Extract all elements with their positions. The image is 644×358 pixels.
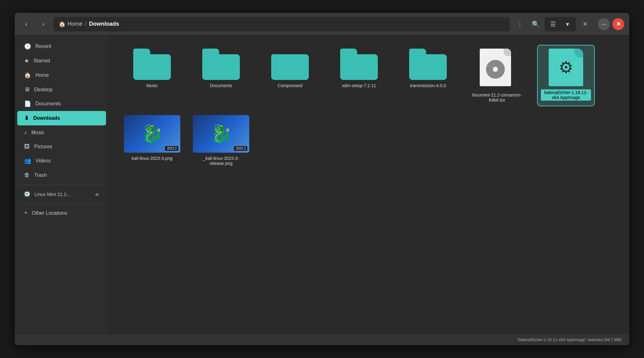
sidebar-label-pictures: Pictures — [34, 144, 52, 150]
pictures-icon: 🖼 — [24, 143, 30, 150]
sidebar-label-other-locations: Other Locations — [32, 210, 67, 216]
desktop-icon: 🖥 — [24, 86, 30, 93]
close-button[interactable]: ✕ — [612, 18, 624, 30]
trash-icon: 🗑 — [24, 172, 30, 178]
kali-badge: 2023.3 — [165, 146, 178, 151]
kali-badge-2: 2023.3 — [234, 146, 247, 151]
file-label-documents: Documents — [210, 83, 232, 88]
sidebar-label-desktop: Desktop — [34, 87, 53, 92]
sidebar-label-music: Music — [31, 130, 45, 135]
other-locations-icon: + — [24, 210, 28, 216]
sidebar-label-documents: Documents — [35, 101, 61, 107]
kali-logo: 🐉 — [141, 124, 163, 144]
file-item-linuxmint-iso[interactable]: linuxmint-21.2-cinnamon-64bit.iso — [469, 45, 525, 106]
sidebar-item-downloads[interactable]: ⬇ Downloads — [17, 111, 106, 125]
file-item-compressed[interactable]: Compressed — [262, 45, 318, 106]
file-label-transmission: transmission-4.0.0 — [410, 83, 446, 88]
sidebar-separator-2 — [20, 203, 103, 203]
menu-button[interactable]: ⋮ — [513, 18, 526, 31]
sidebar-item-home[interactable]: 🏠 Home — [17, 68, 106, 82]
file-manager-window: ‹ › 🏠 Home / Downloads ⋮ 🔍 ☰ ▾ ≡ — ✕ — [15, 13, 629, 345]
file-item-kali2[interactable]: 🐉 2023.3 _kali-linux-2023-3-release.png — [193, 112, 249, 169]
sidebar-item-pictures[interactable]: 🖼 Pictures — [17, 140, 106, 154]
sidebar-label-trash: Trash — [34, 172, 47, 178]
statusbar-text: "balenaEtcher-1.18.11-x64.AppImage" sele… — [517, 337, 622, 342]
sidebar-item-other-locations[interactable]: + Other Locations — [17, 206, 106, 220]
recent-icon: 🕐 — [24, 43, 31, 50]
documents-icon: 📄 — [24, 100, 31, 107]
sidebar-label-downloads: Downloads — [33, 115, 60, 121]
iso-file-icon — [480, 49, 514, 89]
titlebar-actions: ⋮ 🔍 ☰ ▾ ≡ — [513, 17, 592, 31]
music-icon: ♪ — [24, 129, 27, 136]
sidebar-label-home: Home — [35, 72, 49, 78]
file-item-documents[interactable]: Documents — [193, 45, 249, 106]
sidebar-item-starred[interactable]: ★ Starred — [17, 54, 106, 68]
appimage-file-icon: ⚙ — [549, 49, 583, 86]
hamburger-menu-button[interactable]: ≡ — [578, 18, 592, 31]
breadcrumb-home-label: Home — [67, 21, 82, 27]
file-item-music[interactable]: Music — [124, 45, 180, 106]
file-label-linuxmint-iso: linuxmint-21.2-cinnamon-64bit.iso — [472, 92, 522, 103]
breadcrumb-current: Downloads — [89, 21, 119, 27]
starred-icon: ★ — [24, 57, 29, 64]
main-body: 🕐 Recent ★ Starred 🏠 Home 🖥 Desktop 📄 Do… — [15, 35, 629, 334]
folder-icon-compressed — [271, 49, 309, 80]
sidebar-label-videos: Videos — [35, 158, 51, 164]
breadcrumb-home[interactable]: 🏠 Home — [59, 21, 82, 28]
file-label-music: Music — [146, 83, 158, 88]
drive-icon: 💽 — [24, 191, 30, 197]
sidebar: 🕐 Recent ★ Starred 🏠 Home 🖥 Desktop 📄 Do… — [15, 35, 109, 334]
sidebar-item-trash[interactable]: 🗑 Trash — [17, 168, 106, 182]
folder-icon-xdm — [340, 49, 378, 80]
file-label-compressed: Compressed — [277, 83, 302, 88]
minimize-button[interactable]: — — [598, 18, 610, 30]
sidebar-item-music[interactable]: ♪ Music — [17, 125, 106, 140]
file-item-xdm[interactable]: xdm-setup-7.2.11 — [331, 45, 387, 106]
home-icon: 🏠 — [59, 21, 66, 28]
file-label-balena: balenaEtcher-1.18.11-x64.AppImage — [541, 89, 591, 101]
search-button[interactable]: 🔍 — [529, 18, 542, 31]
sidebar-item-recent[interactable]: 🕐 Recent — [17, 39, 106, 54]
breadcrumb-separator: / — [85, 21, 87, 27]
sidebar-item-linux-mint[interactable]: 💽 Linux Mint 21.2... ⏏ — [17, 187, 106, 201]
window-controls: — ✕ — [598, 18, 624, 30]
sidebar-item-desktop[interactable]: 🖥 Desktop — [17, 82, 106, 97]
png-thumb-kali2: 🐉 2023.3 — [193, 115, 249, 153]
sidebar-item-videos[interactable]: 👥 Videos — [17, 154, 106, 168]
file-label-kali2: _kali-linux-2023-3-release.png — [196, 156, 246, 166]
gear-icon: ⚙ — [559, 58, 573, 77]
file-item-balena[interactable]: ⚙ balenaEtcher-1.18.11-x64.AppImage — [538, 45, 594, 106]
file-item-transmission[interactable]: transmission-4.0.0 — [400, 45, 456, 106]
back-button[interactable]: ‹ — [20, 18, 33, 31]
view-toggle: ☰ ▾ — [545, 17, 576, 31]
downloads-icon: ⬇ — [24, 115, 29, 122]
statusbar: "balenaEtcher-1.18.11-x64.AppImage" sele… — [15, 334, 629, 345]
sidebar-label-starred: Starred — [34, 58, 50, 64]
sidebar-item-documents[interactable]: 📄 Documents — [17, 97, 106, 111]
file-item-kali1[interactable]: 🐉 2023.3 kali-linux-2023-3.png — [124, 112, 180, 169]
breadcrumb-bar: 🏠 Home / Downloads — [54, 17, 509, 31]
forward-button[interactable]: › — [37, 18, 50, 31]
kali-logo-2: 🐉 — [210, 124, 232, 144]
titlebar: ‹ › 🏠 Home / Downloads ⋮ 🔍 ☰ ▾ ≡ — ✕ — [15, 13, 629, 35]
file-area: Music Documents Compressed — [109, 35, 629, 334]
home-sidebar-icon: 🏠 — [24, 72, 31, 79]
png-thumb-kali1: 🐉 2023.3 — [124, 115, 180, 153]
folder-icon-documents — [202, 49, 240, 80]
file-label-xdm: xdm-setup-7.2.11 — [342, 83, 376, 88]
sidebar-label-recent: Recent — [35, 44, 51, 49]
sidebar-label-linux-mint: Linux Mint 21.2... — [34, 192, 70, 197]
folder-icon-music — [133, 49, 171, 80]
list-view-button[interactable]: ☰ — [546, 18, 560, 31]
file-label-kali1: kali-linux-2023-3.png — [132, 156, 172, 161]
sidebar-separator — [20, 185, 103, 185]
folder-icon-transmission — [409, 49, 447, 80]
view-dropdown-button[interactable]: ▾ — [561, 18, 574, 31]
eject-icon[interactable]: ⏏ — [95, 192, 99, 197]
videos-icon: 👥 — [24, 157, 31, 164]
